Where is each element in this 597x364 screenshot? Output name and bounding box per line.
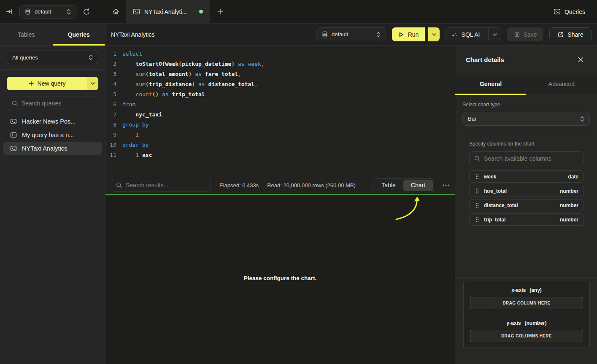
- chart-details-panel: Chart details General Advanced Select ch…: [455, 46, 597, 364]
- main-area: NYTaxi Analytics default: [105, 24, 597, 364]
- run-database-selector[interactable]: default: [316, 27, 386, 41]
- run-options-button[interactable]: [428, 27, 440, 41]
- read-stat: Read: 20,000,000 rows (260.00 MB): [267, 182, 356, 189]
- collapse-sidebar-button[interactable]: [6, 8, 13, 15]
- new-query-split-button: New query: [7, 77, 98, 90]
- query-item-label: My query has a n...: [22, 132, 74, 138]
- queries-filter-select[interactable]: All queries: [7, 51, 98, 64]
- refresh-icon: [83, 8, 90, 16]
- code-line[interactable]: 11 1 asc: [105, 150, 455, 160]
- chart-type-select[interactable]: Bar: [462, 112, 590, 126]
- code-line[interactable]: 2 toStartOfWeek(pickup_datetime) as week…: [105, 59, 455, 69]
- chevron-down-icon: [432, 33, 436, 36]
- query-title: NYTaxi Analytics: [111, 31, 154, 38]
- column-name: week: [484, 174, 496, 180]
- sql-ai-button[interactable]: SQL AI: [446, 28, 485, 41]
- chart-column-row[interactable]: week date: [469, 170, 584, 183]
- left-sidebar: Tables Queries All queries: [0, 24, 105, 364]
- search-queries-input[interactable]: [22, 100, 93, 107]
- x-axis-drop-zone[interactable]: DRAG COLUMN HERE: [470, 297, 583, 309]
- new-query-dropdown-button[interactable]: [87, 77, 98, 90]
- columns-label: Specify columns for the chart: [469, 141, 584, 147]
- code-line[interactable]: 6from: [105, 100, 455, 110]
- columns-section: Specify columns for the chart: [469, 141, 584, 226]
- chart-view-tab[interactable]: Chart: [403, 180, 433, 191]
- chart-type-value: Bar: [468, 116, 576, 122]
- panel-header: Chart details: [455, 46, 597, 73]
- code-line[interactable]: 10order by: [105, 140, 455, 150]
- sql-ai-label: SQL AI: [462, 31, 480, 38]
- save-button[interactable]: Save: [507, 27, 543, 41]
- workspace-row: 1select2 toStartOfWeek(pickup_datetime) …: [105, 46, 597, 364]
- column-type: number: [560, 217, 578, 223]
- query-terminal-icon: [554, 8, 561, 15]
- column-name: distance_total: [484, 202, 518, 208]
- search-results-input[interactable]: [126, 182, 206, 189]
- save-floppy-icon: [514, 31, 520, 38]
- column-type: date: [568, 174, 578, 180]
- close-panel-button[interactable]: [578, 57, 583, 62]
- column-type: number: [560, 202, 578, 208]
- panel-tabs: General Advanced: [455, 73, 597, 95]
- tab-label: NYTaxi Analyti...: [144, 8, 195, 15]
- sql-ai-dropdown-button[interactable]: [488, 28, 501, 41]
- code-line[interactable]: 8group by: [105, 120, 455, 130]
- query-tab-nytaxi[interactable]: NYTaxi Analyti...: [126, 0, 210, 23]
- sparkles-icon: [451, 31, 458, 38]
- sidebar-query-item[interactable]: Hacker News Pos...: [3, 115, 102, 128]
- available-columns-list: week date fare_total number distance_tot…: [469, 170, 584, 226]
- query-toolbar: NYTaxi Analytics default: [105, 24, 597, 46]
- sidebar-search: [7, 97, 98, 110]
- database-selector[interactable]: default: [19, 5, 76, 19]
- column-type: number: [560, 188, 578, 194]
- drag-handle-icon[interactable]: [475, 189, 479, 194]
- sql-editor[interactable]: 1select2 toStartOfWeek(pickup_datetime) …: [105, 46, 455, 176]
- drag-handle-icon[interactable]: [475, 217, 479, 222]
- code-line[interactable]: 9 1: [105, 130, 455, 140]
- drag-handle-icon[interactable]: [475, 174, 479, 179]
- code-line[interactable]: 4 sum(trip_distance) as distance_total,: [105, 79, 455, 89]
- share-button[interactable]: Share: [549, 27, 592, 41]
- table-view-tab[interactable]: Table: [374, 180, 403, 191]
- sql-console-app: default: [0, 0, 597, 364]
- chart-column-row[interactable]: distance_total number: [469, 199, 584, 211]
- plus-icon: [217, 9, 223, 15]
- home-tab[interactable]: [105, 0, 126, 23]
- chart-placeholder-message: Please configure the chart.: [105, 275, 455, 281]
- run-button[interactable]: Run: [392, 27, 425, 41]
- sidebar-tab-tables[interactable]: Tables: [0, 24, 53, 45]
- sidebar-tab-queries[interactable]: Queries: [53, 24, 105, 45]
- search-columns-input[interactable]: [484, 155, 579, 162]
- new-tab-button[interactable]: [210, 0, 230, 23]
- chart-column-row[interactable]: trip_total number: [469, 213, 584, 226]
- sidebar-query-item[interactable]: NYTaxi Analytics: [3, 142, 102, 155]
- x-axis-constraint: (any): [529, 287, 542, 293]
- panel-tab-general[interactable]: General: [455, 73, 526, 94]
- line-number: 1: [105, 49, 116, 59]
- new-query-button[interactable]: New query: [7, 77, 87, 90]
- queries-menu-label: Queries: [565, 8, 585, 15]
- refresh-button[interactable]: [83, 8, 90, 16]
- results-more-button[interactable]: [443, 184, 449, 186]
- query-terminal-icon: [10, 118, 17, 125]
- queries-menu-button[interactable]: Queries: [554, 0, 585, 23]
- line-number: 8: [105, 120, 116, 130]
- y-axis-drop-zone[interactable]: DRAG COLUMNS HERE: [470, 330, 583, 342]
- code-line[interactable]: 7 nyc_taxi: [105, 110, 455, 120]
- top-bar-left: default: [0, 0, 105, 23]
- y-axis-constraint: (number): [525, 320, 547, 326]
- chevron-down-icon: [91, 82, 95, 85]
- code-line[interactable]: 5 count() as trip_total: [105, 89, 455, 100]
- chart-column-row[interactable]: fare_total number: [469, 185, 584, 197]
- column-name: fare_total: [484, 188, 507, 194]
- close-icon: [578, 57, 583, 62]
- up-down-chevrons-icon: [580, 116, 584, 122]
- panel-tab-advanced[interactable]: Advanced: [526, 73, 597, 94]
- code-line[interactable]: 3 sum(total_amount) as fare_total,: [105, 69, 455, 79]
- sidebar-divider: [0, 69, 105, 70]
- drag-handle-icon[interactable]: [475, 203, 479, 208]
- code-line[interactable]: 1select: [105, 49, 455, 59]
- chart-type-label: Select chart type: [462, 102, 590, 108]
- saved-queries-list: Hacker News Pos... My query has a n... N…: [3, 115, 102, 155]
- sidebar-query-item[interactable]: My query has a n...: [3, 128, 102, 141]
